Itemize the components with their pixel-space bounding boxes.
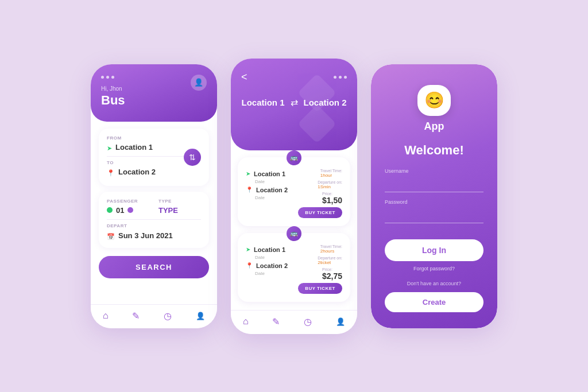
bus-badge-1: 🚌 bbox=[287, 150, 301, 165]
to-location-row: Location 2 bbox=[107, 167, 201, 177]
ticket-1-travel-time: Travel Time: 1hour bbox=[320, 169, 342, 178]
divider-2 bbox=[107, 219, 201, 220]
nav-user[interactable]: 👤 bbox=[196, 312, 205, 320]
ticket-2-from-row: ➤ Location 1 bbox=[246, 246, 292, 253]
p2-dot-3 bbox=[344, 76, 347, 79]
p1-dot-1 bbox=[101, 76, 104, 79]
passenger-number: 01 bbox=[116, 206, 124, 215]
p2-body: 🚌 ➤ Location 1 Date 📍 Location 2 Date bbox=[231, 150, 357, 334]
locations-card: FROM Location 1 TO Location 2 bbox=[99, 129, 209, 186]
type-field: TYPE TYPE bbox=[158, 199, 201, 215]
ticket-2-to: Location 2 bbox=[256, 262, 288, 269]
ticket-card-1: 🚌 ➤ Location 1 Date 📍 Location 2 Date bbox=[238, 157, 350, 226]
username-label: Username bbox=[385, 168, 483, 174]
to-location-text: Location 2 bbox=[118, 168, 156, 176]
ticket-2-right: Travel Time: 2hours Departure on: 2ticke… bbox=[298, 244, 342, 294]
logo-icon: 😊 bbox=[424, 91, 444, 110]
phone-1: 👤 Hi, Jhon Bus FROM Location 1 TO Locati… bbox=[91, 64, 217, 328]
p1-dot-2 bbox=[106, 76, 109, 79]
password-label: Password bbox=[385, 199, 483, 205]
ticket-1-date-from: Date bbox=[255, 179, 292, 184]
depart-text: Sun 3 Jun 2021 bbox=[118, 231, 173, 240]
ticket-2-to-icon: 📍 bbox=[246, 262, 253, 269]
bus-icon-2: 🚌 bbox=[290, 230, 298, 237]
ticket-1-left: ➤ Location 1 Date 📍 Location 2 Date bbox=[246, 169, 292, 218]
ticket-1-from: Location 1 bbox=[254, 170, 285, 177]
ticket-2-date-from: Date bbox=[255, 255, 292, 260]
p2-header: < Location 1 ⇄ Location 2 bbox=[231, 59, 357, 150]
search-button[interactable]: SEARCH bbox=[99, 256, 209, 278]
ticket-1-price-block: Price: $1,50 bbox=[322, 192, 342, 205]
phone-2: < Location 1 ⇄ Location 2 🚌 bbox=[231, 59, 357, 334]
password-input[interactable] bbox=[385, 207, 483, 223]
bus-icon-1: 🚌 bbox=[290, 154, 298, 161]
passenger-value-row: 01 bbox=[107, 206, 149, 215]
create-button[interactable]: Create bbox=[385, 292, 483, 312]
from-label: FROM bbox=[107, 135, 201, 141]
ticket-1-to: Location 2 bbox=[256, 187, 288, 193]
buy-ticket-btn-1[interactable]: BUY TICKET bbox=[298, 207, 342, 218]
ticket-1-from-icon: ➤ bbox=[246, 170, 250, 177]
ticket-1-date-to: Date bbox=[255, 195, 292, 200]
ticket-2-travel-time: Travel Time: 2hours bbox=[320, 244, 342, 254]
passenger-type-row: PASSENGER 01 TYPE TYPE bbox=[107, 199, 201, 215]
forgot-password-link[interactable]: Forgot password? bbox=[413, 266, 455, 271]
passenger-field: PASSENGER 01 bbox=[107, 199, 149, 215]
route-swap-icon: ⇄ bbox=[291, 97, 298, 108]
bottom-nav-1: ⌂ ✎ ◷ 👤 bbox=[91, 304, 217, 328]
password-wrap: Password bbox=[385, 199, 483, 223]
p1-dots bbox=[101, 76, 207, 79]
nav-clock-2[interactable]: ◷ bbox=[304, 316, 312, 327]
p3-bg: 😊 App Welcome! Username Password Log In … bbox=[371, 64, 497, 328]
no-account-text: Don't have an account? bbox=[407, 281, 461, 286]
dot-green bbox=[107, 207, 113, 213]
from-icon bbox=[107, 142, 112, 153]
avatar-button[interactable]: 👤 bbox=[191, 75, 207, 91]
swap-button[interactable] bbox=[184, 149, 201, 166]
username-wrap: Username bbox=[385, 168, 483, 192]
ticket-2-to-row: 📍 Location 2 bbox=[246, 262, 292, 269]
nav-clock[interactable]: ◷ bbox=[164, 311, 172, 321]
page-title: Bus bbox=[101, 93, 207, 108]
bus-badge-2: 🚌 bbox=[287, 226, 301, 241]
ticket-2-price-block: Price: $2,75 bbox=[322, 267, 342, 281]
p1-dot-3 bbox=[111, 76, 114, 79]
login-button[interactable]: Log In bbox=[385, 239, 483, 261]
nav-edit-2[interactable]: ✎ bbox=[272, 316, 280, 327]
nav-user-2[interactable]: 👤 bbox=[336, 317, 345, 326]
buy-ticket-btn-2[interactable]: BUY TICKET bbox=[298, 283, 342, 294]
depart-label: DEPART bbox=[107, 223, 201, 228]
welcome-text: Welcome! bbox=[404, 143, 464, 158]
app-name: App bbox=[424, 121, 444, 133]
type-value: TYPE bbox=[158, 206, 201, 215]
depart-row: Sun 3 Jun 2021 bbox=[107, 231, 201, 241]
screens-container: 👤 Hi, Jhon Bus FROM Location 1 TO Locati… bbox=[91, 59, 497, 334]
ticket-1-from-row: ➤ Location 1 bbox=[246, 170, 292, 177]
app-logo: 😊 bbox=[417, 85, 451, 116]
nav-home[interactable]: ⌂ bbox=[103, 311, 109, 321]
ticket-1-content: ➤ Location 1 Date 📍 Location 2 Date Trav… bbox=[246, 169, 342, 218]
back-button[interactable]: < bbox=[241, 71, 247, 83]
ticket-2-left: ➤ Location 1 Date 📍 Location 2 Date bbox=[246, 244, 292, 294]
from-location-text: Location 1 bbox=[115, 143, 153, 152]
ticket-card-2: 🚌 ➤ Location 1 Date 📍 Location 2 Date bbox=[238, 233, 350, 302]
ticket-2-departure: Departure on: 2ticket bbox=[318, 256, 342, 265]
phone-3: 😊 App Welcome! Username Password Log In … bbox=[371, 64, 497, 328]
nav-home-2[interactable]: ⌂ bbox=[243, 316, 249, 327]
calendar-icon bbox=[107, 231, 115, 241]
username-input[interactable] bbox=[385, 176, 483, 192]
p1-header: 👤 Hi, Jhon Bus bbox=[91, 64, 217, 122]
ticket-1-departure: Departure on: 1Smin bbox=[318, 180, 342, 189]
passenger-card: PASSENGER 01 TYPE TYPE DEPART bbox=[99, 192, 209, 248]
to-icon bbox=[107, 167, 115, 177]
ticket-1-to-icon: 📍 bbox=[246, 187, 253, 193]
ticket-2-content: ➤ Location 1 Date 📍 Location 2 Date Trav… bbox=[246, 244, 342, 294]
nav-edit[interactable]: ✎ bbox=[132, 311, 140, 321]
p2-dots bbox=[334, 76, 347, 79]
ticket-2-from: Location 1 bbox=[254, 246, 285, 253]
greeting-text: Hi, Jhon bbox=[101, 86, 207, 92]
dot-purple bbox=[127, 207, 133, 213]
type-label: TYPE bbox=[158, 199, 201, 204]
ticket-2-from-icon: ➤ bbox=[246, 246, 250, 253]
ticket-1-to-row: 📍 Location 2 bbox=[246, 187, 292, 193]
